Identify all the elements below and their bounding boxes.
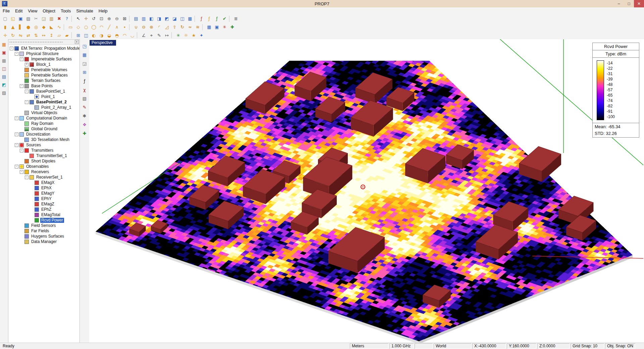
tree-block-1[interactable]: + Block_1	[8, 62, 79, 67]
output-variables[interactable]: χ	[80, 86, 89, 94]
tree-item-label[interactable]: Ray Domain	[30, 121, 54, 126]
toolbar-revolve[interactable]: ↻	[178, 23, 186, 31]
output-add-item[interactable]: ✚	[80, 129, 89, 137]
output-mesh-view[interactable]: ▦	[80, 51, 89, 59]
tree-impenetrable-surfaces[interactable]: - Impenetrable Surfaces	[8, 56, 79, 62]
tree-item-label[interactable]: EPhZ	[40, 207, 52, 212]
toolbar-cut[interactable]: ✂	[32, 15, 40, 22]
tree-item-label[interactable]: Short Dipoles	[30, 159, 56, 164]
tree-expander-icon[interactable]: -	[15, 165, 18, 168]
tree-expander-icon[interactable]: -	[15, 52, 18, 56]
tree-item-label[interactable]: Point_2_Array_1	[40, 105, 72, 110]
output-palette[interactable]: ❖	[80, 120, 89, 129]
tree-sources[interactable]: - Sources	[8, 142, 79, 148]
toolbar-zoom-out[interactable]: ⊖	[113, 15, 121, 22]
tree-transmitterset-1[interactable]: TransmitterSet_1	[8, 153, 79, 158]
tree-expander-icon[interactable]: -	[15, 116, 18, 120]
module-app-module-5[interactable]: ▤	[0, 73, 8, 80]
tree-item-label[interactable]: Point_1	[40, 94, 56, 99]
toolbar-surface-left[interactable]: ◒	[105, 32, 113, 39]
toolbar-help[interactable]: ?	[63, 15, 71, 22]
toolbar-new[interactable]: ▢	[1, 15, 9, 22]
toolbar-zoom-in[interactable]: ⊕	[105, 15, 113, 22]
toolbar-bowl[interactable]: ◡	[128, 32, 136, 39]
toolbar-bool-subtract[interactable]: ⊖	[140, 23, 148, 31]
toolbar-star[interactable]: ★	[190, 32, 198, 39]
tree-expander-icon[interactable]: -	[20, 170, 23, 174]
tree-item-label[interactable]: Data Manager	[30, 239, 58, 244]
toolbar-view-back[interactable]: ◪	[171, 15, 178, 22]
tree-item-label[interactable]: 3D Tessellation Mesh	[30, 137, 70, 142]
toolbar-bool-intersect[interactable]: ⊗	[148, 23, 155, 31]
toolbar-align-h[interactable]: ⇄	[24, 32, 32, 39]
tree-expander-icon[interactable]: -	[25, 90, 29, 93]
tree-basepointset-2[interactable]: - BasePointSet_2	[8, 99, 79, 105]
tree-item-label[interactable]: Penetrable Volumes	[30, 67, 68, 72]
toolbar-view-perspective[interactable]: ▦	[186, 15, 194, 22]
toolbar-draw-wedge[interactable]: ◣	[48, 23, 55, 31]
toolbar-add-object[interactable]: ✚	[228, 23, 236, 31]
toolbar-loft[interactable]: ≋	[194, 23, 202, 31]
toolbar-solidify[interactable]: ▰	[63, 32, 71, 39]
toolbar-draw-pyramid[interactable]: ◆	[40, 23, 48, 31]
toolbar-measure-angle[interactable]: ∠	[140, 32, 148, 39]
tree-field-sensors[interactable]: Field Sensors	[8, 223, 79, 228]
output-domain-settings[interactable]: ◳	[80, 42, 89, 50]
tree-far-fields[interactable]: Far Fields	[8, 228, 79, 234]
toolbar-print[interactable]: ▨	[24, 15, 32, 22]
toolbar-explode[interactable]: ✳	[221, 23, 228, 31]
toolbar-align-v[interactable]: ⇅	[32, 32, 40, 39]
toolbar-draw-polygon[interactable]: ◇	[74, 23, 82, 31]
tree-huygens-surfaces[interactable]: Huygens Surfaces	[8, 234, 79, 239]
tree-item-label[interactable]: Penetrable Surfaces	[30, 73, 69, 78]
tree-item-label[interactable]: EM.Terrano: Propagation Module	[20, 46, 79, 51]
tree-data-manager[interactable]: Data Manager	[8, 239, 79, 244]
toolbar-draw-point[interactable]: ∙	[121, 23, 128, 31]
tree-ray-domain[interactable]: Ray Domain	[8, 121, 79, 126]
menu-object[interactable]: Object	[40, 7, 58, 14]
toolbar-rotate[interactable]: ↻	[9, 32, 17, 39]
tree-item-label[interactable]: EMagTotal	[40, 212, 61, 217]
toolbar-validate[interactable]: ✔	[221, 15, 228, 22]
toolbar-bool-union[interactable]: ∪	[132, 23, 140, 31]
menu-file[interactable]: File	[0, 7, 12, 14]
tree-physical-structure[interactable]: - Physical Structure	[8, 51, 79, 56]
toolbar-pan[interactable]: ✛	[82, 15, 90, 22]
toolbar-move[interactable]: ✛	[1, 32, 9, 39]
module-app-module-3[interactable]: ▩	[0, 57, 8, 64]
tree-expander-icon[interactable]: -	[20, 84, 23, 88]
toolbar-fillet[interactable]: ◜	[155, 23, 163, 31]
tree-virtual-objects[interactable]: Virtual Objects	[8, 110, 79, 115]
tree-emagx[interactable]: EMagX	[8, 180, 79, 185]
toolbar-extrude[interactable]: ⇧	[171, 23, 178, 31]
toolbar-axes-star[interactable]: ✳	[174, 32, 182, 39]
toolbar-mirror[interactable]: ⇋	[17, 32, 24, 39]
tree-item-label[interactable]: Computational Domain	[25, 116, 68, 121]
tree-tessellation-mesh[interactable]: 3D Tessellation Mesh	[8, 137, 79, 142]
output-chart-export[interactable]: ▧	[80, 94, 89, 102]
tree-item-label[interactable]: Transmitters	[30, 148, 54, 153]
toolbar-surface-bottom[interactable]: ◑	[98, 32, 105, 39]
toolbar-draw-line[interactable]: ╱	[105, 23, 113, 31]
tree-item-label[interactable]: EMagZ	[40, 202, 55, 207]
tree-point-1[interactable]: Point_1	[8, 94, 79, 99]
module-app-module-7[interactable]: ▨	[0, 89, 8, 96]
toolbar-freq-settings[interactable]: ƒ	[198, 15, 205, 22]
toolbar-array[interactable]: ▦	[205, 23, 213, 31]
tree-expander-icon[interactable]: -	[15, 143, 18, 147]
toolbar-view-right[interactable]: ◨	[155, 15, 163, 22]
toolbar-stretch-v[interactable]: ↕	[48, 32, 55, 39]
tree-item-label[interactable]: Field Sensors	[30, 223, 57, 228]
toolbar-draw-polyline[interactable]: ∧	[113, 23, 121, 31]
tree-item-label[interactable]: Observables	[25, 164, 50, 169]
tree-item-label[interactable]: Discretization	[25, 132, 51, 137]
toolbar-paste[interactable]: ▥	[48, 15, 55, 22]
toolbar-sparkle[interactable]: ✦	[198, 32, 205, 39]
output-data-table[interactable]: ⊞	[80, 68, 89, 76]
output-edit-brush[interactable]: ✎	[80, 103, 89, 111]
viewport-canvas[interactable]	[89, 39, 644, 343]
module-app-module-6[interactable]: ◩	[0, 81, 8, 88]
tree-receiverset-1[interactable]: - ReceiverSet_1	[8, 174, 79, 180]
tree-item-label[interactable]: Base Points	[30, 84, 54, 89]
toolbar-project-mesh[interactable]: ⊞	[74, 32, 82, 39]
